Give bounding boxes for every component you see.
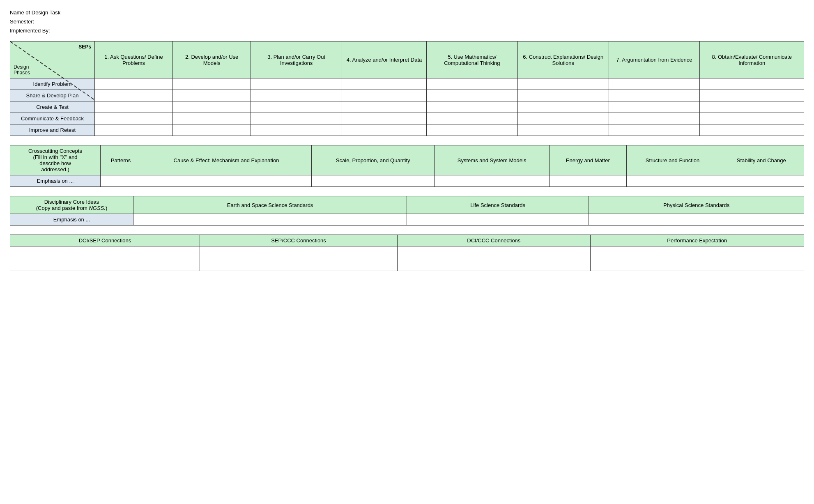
ccc-cell-stability[interactable] [719,175,804,187]
row-share-develop: Share & Develop Plan [10,90,804,101]
meta-line1: Name of Design Task [10,8,804,17]
cell-cf-7[interactable] [609,113,700,124]
ccc-col-patterns: Patterns [101,145,141,175]
cell-sdp-7[interactable] [609,90,700,101]
cell-sdp-4[interactable] [342,90,427,101]
ccc-col-systems: Systems and System Models [435,145,550,175]
dci-cell-earth[interactable] [133,214,407,226]
cell-ir-6[interactable] [517,124,609,136]
cell-ir-1[interactable] [94,124,172,136]
conn-col-dci-sep: DCI/SEP Connections [10,235,200,246]
col-header-6: 6. Construct Explanations/ Design Soluti… [517,41,609,78]
cell-cf-1[interactable] [94,113,172,124]
cell-ct-1[interactable] [94,101,172,113]
ccc-header-col1: Crosscutting Concepts(Fill in with "X" a… [10,145,101,175]
cell-ip-5[interactable] [427,78,518,90]
cell-ip-7[interactable] [609,78,700,90]
row-identify-problem: Identify Problem [10,78,804,90]
col-header-3: 3. Plan and/or Carry Out Investigations [251,41,342,78]
cell-ip-8[interactable] [700,78,804,90]
cell-ip-4[interactable] [342,78,427,90]
row-label-identify: Identify Problem [10,78,95,90]
seps-design-phases-table: SEPs DesignPhases 1. Ask Questions/ Defi… [10,41,804,136]
cell-sdp-1[interactable] [94,90,172,101]
corner-cell: SEPs DesignPhases [10,41,95,78]
conn-col-perf-exp: Performance Expectation [590,235,804,246]
conn-cell-dci-ccc[interactable] [398,246,591,271]
cell-ct-6[interactable] [517,101,609,113]
meta-info: Name of Design Task Semester: Implemente… [10,8,804,35]
cell-ct-4[interactable] [342,101,427,113]
sep-label: SEPs [78,44,91,50]
disciplinary-core-ideas-table: Disciplinary Core Ideas(Copy and paste f… [10,196,804,226]
dci-cell-physical[interactable] [589,214,804,226]
cell-ct-8[interactable] [700,101,804,113]
cell-cf-3[interactable] [251,113,342,124]
cell-cf-4[interactable] [342,113,427,124]
cell-ct-7[interactable] [609,101,700,113]
col-header-8: 8. Obtain/Evaluate/ Communicate Informat… [700,41,804,78]
conn-col-dci-ccc: DCI/CCC Connections [398,235,591,246]
row-create-test: Create & Test [10,101,804,113]
ccc-cell-energy[interactable] [549,175,626,187]
dci-cell-life[interactable] [407,214,589,226]
ccc-cell-scale[interactable] [312,175,435,187]
cell-sdp-8[interactable] [700,90,804,101]
cell-ip-3[interactable] [251,78,342,90]
ccc-cell-patterns[interactable] [101,175,141,187]
col-header-1: 1. Ask Questions/ Define Problems [94,41,172,78]
row-label-communicate: Communicate & Feedback [10,113,95,124]
col-header-7: 7. Argumentation from Evidence [609,41,700,78]
cell-ir-3[interactable] [251,124,342,136]
cell-ct-2[interactable] [173,101,251,113]
meta-line2: Semester: [10,17,804,26]
ccc-emphasis-label: Emphasis on ... [10,175,101,187]
cell-ir-5[interactable] [427,124,518,136]
cell-ir-8[interactable] [700,124,804,136]
conn-cell-dci-sep[interactable] [10,246,200,271]
cell-ct-5[interactable] [427,101,518,113]
dci-col-life: Life Science Standards [407,196,589,214]
conn-cell-sep-ccc[interactable] [200,246,397,271]
cell-ip-1[interactable] [94,78,172,90]
cell-cf-5[interactable] [427,113,518,124]
cell-ct-3[interactable] [251,101,342,113]
connections-row [10,246,804,271]
ccc-cell-cause[interactable] [141,175,312,187]
cell-ir-4[interactable] [342,124,427,136]
row-label-create: Create & Test [10,101,95,113]
conn-cell-perf-exp[interactable] [590,246,804,271]
cell-cf-6[interactable] [517,113,609,124]
cell-sdp-2[interactable] [173,90,251,101]
cell-cf-8[interactable] [700,113,804,124]
row-label-improve: Improve and Retest [10,124,95,136]
cell-ip-2[interactable] [173,78,251,90]
cell-ir-7[interactable] [609,124,700,136]
dci-header-col1: Disciplinary Core Ideas(Copy and paste f… [10,196,133,214]
ccc-emphasis-row: Emphasis on ... [10,175,804,187]
ccc-cell-systems[interactable] [435,175,550,187]
col-header-4: 4. Analyze and/or Interpret Data [342,41,427,78]
ccc-col-structure: Structure and Function [626,145,719,175]
cell-cf-2[interactable] [173,113,251,124]
ccc-col-scale: Scale, Proportion, and Quantity [312,145,435,175]
connections-table: DCI/SEP Connections SEP/CCC Connections … [10,235,804,271]
cell-ir-2[interactable] [173,124,251,136]
row-label-share: Share & Develop Plan [10,90,95,101]
row-communicate: Communicate & Feedback [10,113,804,124]
dci-emphasis-label: Emphasis on ... [10,214,133,226]
cell-ip-6[interactable] [517,78,609,90]
dci-emphasis-row: Emphasis on ... [10,214,804,226]
cell-sdp-3[interactable] [251,90,342,101]
ccc-col-energy: Energy and Matter [549,145,626,175]
ccc-col-stability: Stability and Change [719,145,804,175]
ccc-col-cause: Cause & Effect: Mechanism and Explanatio… [141,145,312,175]
cell-sdp-6[interactable] [517,90,609,101]
col-header-5: 5. Use Mathematics/ Computational Thinki… [427,41,518,78]
cell-sdp-5[interactable] [427,90,518,101]
meta-line3: Implemented By: [10,26,804,35]
dci-col-earth: Earth and Space Science Standards [133,196,407,214]
crosscutting-concepts-table: Crosscutting Concepts(Fill in with "X" a… [10,145,804,187]
ccc-cell-structure[interactable] [626,175,719,187]
dci-col-physical: Physical Science Standards [589,196,804,214]
